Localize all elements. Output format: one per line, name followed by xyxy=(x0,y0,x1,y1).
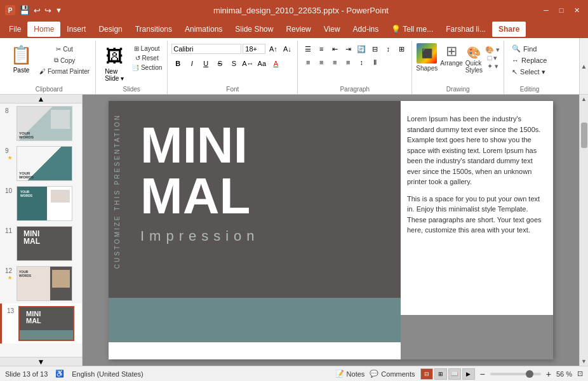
menu-design[interactable]: Design xyxy=(92,22,128,37)
accessibility-icon[interactable]: ♿ xyxy=(55,370,64,378)
slide-num-13: 13 xyxy=(7,306,16,314)
format-painter-button[interactable]: 🖌 Format Painter xyxy=(37,67,91,76)
bullets-button[interactable]: ☰ xyxy=(302,43,314,55)
text-direction-button[interactable]: ↕ xyxy=(382,43,394,55)
slideshow-button[interactable]: ▶ xyxy=(462,368,475,380)
slide-thumb-11[interactable]: 11 MINIMAL xyxy=(0,224,82,264)
menu-transitions[interactable]: Transitions xyxy=(129,22,178,37)
minimize-button[interactable]: ─ xyxy=(540,4,552,17)
slide-left-panel: CUSTOMIZE THIS PRESENTATION MINI MAL Imp… xyxy=(109,101,401,342)
justify-button[interactable]: ≡ xyxy=(342,57,354,68)
reset-button[interactable]: ↺ Reset xyxy=(130,54,163,62)
vertical-scrollbar[interactable]: ▲ ▼ xyxy=(579,95,588,366)
increase-font-button[interactable]: A↑ xyxy=(267,43,279,55)
cursor-icon: ↖ xyxy=(512,68,518,76)
notes-button[interactable]: 📝 Notes xyxy=(335,370,365,378)
zoom-level[interactable]: 56 % xyxy=(556,370,572,378)
quick-styles-icon[interactable]: 🎨 xyxy=(467,46,481,60)
bold-button[interactable]: B xyxy=(171,58,184,69)
slide-thumb-9[interactable]: 9 ★ YOURWORDS xyxy=(0,144,82,184)
zoom-in-button[interactable]: + xyxy=(546,369,551,379)
menu-addins[interactable]: Add-ins xyxy=(347,22,385,37)
zoom-thumb[interactable] xyxy=(526,370,533,378)
columns-button[interactable]: ⊟ xyxy=(368,43,381,55)
decrease-font-button[interactable]: A↓ xyxy=(281,43,293,55)
menu-view[interactable]: View xyxy=(317,22,347,37)
quick-access-undo[interactable]: ↩ xyxy=(34,6,41,15)
find-button[interactable]: 🔍 Find xyxy=(508,43,551,54)
menu-insert[interactable]: Insert xyxy=(60,22,92,37)
quick-access-customize[interactable]: ▼ xyxy=(55,6,62,14)
menu-animations[interactable]: Animations xyxy=(178,22,229,37)
replace-button[interactable]: ↔ Replace xyxy=(508,55,551,65)
line-spacing-button[interactable]: ↕ xyxy=(355,57,368,68)
strikethrough-button[interactable]: S xyxy=(213,58,226,69)
scroll-up-arrow[interactable]: ▲ xyxy=(580,95,588,104)
align-text-button[interactable]: ⊞ xyxy=(395,43,408,55)
add-remove-columns-button[interactable]: Ⅱ xyxy=(368,57,381,68)
font-name-input[interactable] xyxy=(171,44,241,54)
language[interactable]: English (United States) xyxy=(72,370,144,378)
copy-button[interactable]: ⧉ Copy xyxy=(37,55,91,65)
slide-bottom-right-bar xyxy=(401,315,553,359)
new-slide-label: NewSlide ▾ xyxy=(105,68,124,82)
menu-tellme[interactable]: 💡 Tell me... xyxy=(385,22,439,37)
align-center-button[interactable]: ≡ xyxy=(315,57,328,68)
notes-icon: 📝 xyxy=(335,370,344,378)
zoom-out-button[interactable]: − xyxy=(480,369,485,379)
menu-file[interactable]: File xyxy=(3,22,27,37)
change-case-button[interactable]: Aa xyxy=(255,58,268,69)
paste-button[interactable]: 📋 Paste xyxy=(6,43,36,75)
slide-sorter-button[interactable]: ⊞ xyxy=(434,368,447,380)
shadow-button[interactable]: S xyxy=(227,58,240,69)
close-button[interactable]: ✕ xyxy=(570,4,583,17)
align-right-button[interactable]: ≡ xyxy=(328,57,341,68)
quick-access-redo[interactable]: ↪ xyxy=(44,6,51,15)
select-button[interactable]: ↖ Select ▾ xyxy=(508,67,551,77)
align-left-button[interactable]: ≡ xyxy=(302,57,314,68)
scroll-down-arrow[interactable]: ▼ xyxy=(580,357,588,366)
slide-thumb-12[interactable]: 12 ★ YOURWORDS xyxy=(0,264,82,304)
menu-account[interactable]: Farshad li... xyxy=(439,22,492,37)
shape-fill-button[interactable]: 🎨 ▾ xyxy=(485,46,500,54)
slide-thumb-8[interactable]: 8 YOURWORDS xyxy=(0,104,82,144)
reading-view-button[interactable]: 📖 xyxy=(448,368,461,380)
editing-label: Editing xyxy=(504,86,555,93)
lightbulb-icon: 💡 xyxy=(391,25,401,34)
layout-button[interactable]: ⊞ Layout xyxy=(130,44,163,53)
slide-paragraph-1: Lorem Ipsum has been the industry's stan… xyxy=(407,114,547,187)
panel-scroll-up[interactable]: ▲ xyxy=(0,95,82,104)
char-spacing-button[interactable]: A↔ xyxy=(241,58,254,69)
increase-indent-button[interactable]: ⇥ xyxy=(342,43,354,55)
normal-view-button[interactable]: ⊟ xyxy=(420,368,433,380)
section-button[interactable]: 📑 Section xyxy=(130,64,163,72)
shape-outline-button[interactable]: □ ▾ xyxy=(488,54,498,62)
cut-button[interactable]: ✂ Cut xyxy=(37,44,91,54)
new-slide-button[interactable]: 🖼 NewSlide ▾ xyxy=(100,43,129,84)
menu-home[interactable]: Home xyxy=(27,22,60,37)
scroll-thumb[interactable] xyxy=(581,123,587,148)
quick-access-save[interactable]: 💾 xyxy=(19,5,30,15)
menu-slideshow[interactable]: Slide Show xyxy=(229,22,279,37)
numbering-button[interactable]: ≡ xyxy=(315,43,328,55)
maximize-button[interactable]: □ xyxy=(555,4,568,17)
comments-button[interactable]: 💬 Comments xyxy=(370,370,415,378)
slide-canvas[interactable]: CUSTOMIZE THIS PRESENTATION MINI MAL Imp… xyxy=(109,101,553,359)
underline-button[interactable]: U xyxy=(199,58,212,69)
menu-review[interactable]: Review xyxy=(279,22,317,37)
shape-effects-button[interactable]: ✦ ▾ xyxy=(487,62,498,70)
convert-smartart-button[interactable]: 🔄 xyxy=(355,43,368,55)
decrease-indent-button[interactable]: ⇤ xyxy=(328,43,341,55)
font-color-button[interactable]: A xyxy=(269,58,282,69)
menu-share[interactable]: Share xyxy=(492,22,526,37)
fit-slide-button[interactable]: ⊡ xyxy=(577,370,583,378)
panel-scroll-down[interactable]: ▼ xyxy=(0,357,82,366)
ribbon-collapse-button[interactable]: ▲ xyxy=(579,38,588,94)
arrange-icon[interactable]: ⊞ xyxy=(446,43,457,60)
slide-thumb-13[interactable]: 13 MINIMAL xyxy=(0,304,82,344)
status-bar-left: Slide 13 of 13 ♿ English (United States) xyxy=(5,370,144,378)
zoom-slider[interactable] xyxy=(490,373,541,375)
italic-button[interactable]: I xyxy=(185,58,198,69)
cut-icon: ✂ xyxy=(56,46,61,53)
slide-thumb-10[interactable]: 10 YOURWORDS xyxy=(0,184,82,224)
